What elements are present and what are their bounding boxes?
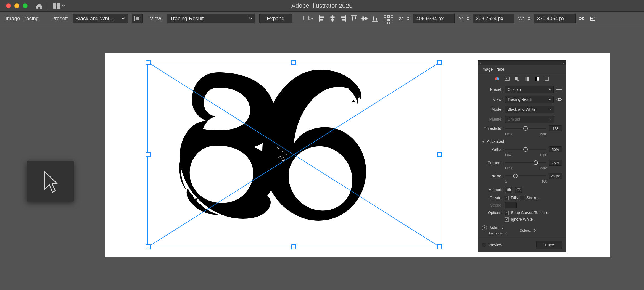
noise-value[interactable]: 25 px bbox=[549, 173, 562, 179]
view-label: View: bbox=[150, 15, 163, 22]
palette-label: Palette: bbox=[482, 117, 502, 122]
h-label: H: bbox=[590, 16, 595, 22]
close-icon[interactable]: × bbox=[480, 61, 481, 65]
svg-point-40 bbox=[497, 77, 499, 80]
panel-topbar[interactable]: × « bbox=[478, 61, 566, 65]
high-color-icon[interactable] bbox=[504, 76, 510, 81]
handle-bottom-right[interactable] bbox=[437, 244, 442, 249]
reference-point[interactable] bbox=[384, 13, 393, 24]
eye-icon[interactable] bbox=[556, 97, 562, 101]
w-field[interactable]: 370.4064 px bbox=[534, 14, 576, 23]
chevron-down-icon bbox=[549, 118, 552, 120]
y-label: Y: bbox=[458, 16, 463, 22]
view-dropdown[interactable]: Tracing Result bbox=[505, 96, 554, 103]
grayscale-icon[interactable] bbox=[524, 76, 530, 81]
close-window-icon[interactable] bbox=[6, 3, 11, 8]
chevron-down-icon bbox=[549, 109, 552, 110]
bw-icon[interactable] bbox=[534, 76, 540, 81]
handle-top-middle[interactable] bbox=[291, 60, 296, 65]
preset-dropdown[interactable]: Custom bbox=[505, 86, 554, 93]
handle-bottom-left[interactable] bbox=[146, 244, 151, 249]
ignore-white-checkbox[interactable] bbox=[505, 217, 509, 222]
preset-dropdown[interactable]: Black and Whi... bbox=[73, 14, 128, 23]
handle-middle-left[interactable] bbox=[146, 152, 151, 157]
triangle-down-icon bbox=[482, 141, 485, 143]
view-value: Tracing Result bbox=[170, 15, 204, 22]
cursor-icon bbox=[276, 146, 289, 162]
panel-title[interactable]: Image Trace bbox=[478, 65, 566, 73]
stroke-label: Stroke: bbox=[482, 203, 502, 207]
stroke-field bbox=[505, 202, 517, 208]
collapse-icon[interactable]: « bbox=[563, 61, 564, 65]
fills-checkbox[interactable] bbox=[505, 196, 509, 200]
align-top-icon[interactable] bbox=[350, 15, 358, 22]
app-title: Adobe Illustrator 2020 bbox=[291, 2, 353, 9]
svg-point-50 bbox=[558, 99, 560, 100]
handle-bottom-middle[interactable] bbox=[291, 244, 296, 249]
handle-top-left[interactable] bbox=[146, 60, 151, 65]
preset-label: Preset: bbox=[51, 15, 68, 22]
threshold-label: Threshold: bbox=[482, 126, 502, 131]
constrain-proportions-icon[interactable] bbox=[579, 16, 586, 21]
preview-checkbox[interactable] bbox=[482, 243, 486, 247]
align-vcenter-icon[interactable] bbox=[361, 15, 368, 22]
shape-mode-button[interactable] bbox=[302, 14, 315, 23]
handle-top-right[interactable] bbox=[437, 60, 442, 65]
w-field-group: W: 370.4064 px bbox=[518, 14, 576, 23]
w-spinner[interactable] bbox=[526, 17, 532, 20]
svg-rect-10 bbox=[320, 19, 323, 20]
view-dropdown[interactable]: Tracing Result bbox=[167, 14, 255, 23]
align-bottom-icon[interactable] bbox=[371, 15, 379, 22]
expand-button[interactable]: Expand bbox=[259, 14, 292, 23]
align-left-icon[interactable] bbox=[318, 15, 326, 22]
info-icon: i bbox=[482, 225, 487, 230]
align-hcenter-icon[interactable] bbox=[329, 15, 336, 22]
method-abutting-button[interactable] bbox=[505, 187, 512, 193]
mode-dropdown[interactable]: Black and White bbox=[505, 106, 554, 113]
handle-middle-right[interactable] bbox=[437, 152, 442, 157]
y-spinner[interactable] bbox=[464, 17, 471, 20]
arrange-documents-button[interactable] bbox=[53, 3, 65, 9]
trace-button[interactable]: Trace bbox=[536, 241, 562, 249]
threshold-slider[interactable] bbox=[505, 128, 546, 129]
horizontal-align-group bbox=[318, 15, 347, 22]
y-field[interactable]: 208.7624 px bbox=[473, 14, 514, 23]
preset-label: Preset: bbox=[482, 87, 502, 92]
w-label: W: bbox=[518, 16, 524, 22]
zoom-window-icon[interactable] bbox=[23, 3, 28, 8]
corners-value[interactable]: 75% bbox=[549, 160, 562, 166]
strokes-checkbox[interactable] bbox=[520, 196, 524, 200]
noise-slider[interactable] bbox=[505, 175, 546, 176]
auto-color-icon[interactable] bbox=[494, 76, 500, 81]
svg-rect-9 bbox=[320, 16, 324, 18]
canvas-stage[interactable]: × « Image Trace Preset: Custom View: Tra… bbox=[0, 25, 644, 290]
method-label: Method: bbox=[482, 188, 502, 192]
advanced-toggle[interactable]: Advanced bbox=[478, 138, 566, 145]
vertical-align-group bbox=[350, 15, 379, 22]
method-overlapping-button[interactable] bbox=[515, 187, 522, 193]
corners-slider[interactable] bbox=[505, 162, 546, 163]
trace-info: i Paths:0 Anchors:0 Colors:0 bbox=[478, 223, 566, 237]
paths-value[interactable]: 50% bbox=[549, 146, 562, 152]
svg-rect-47 bbox=[535, 77, 537, 81]
threshold-value[interactable]: 128 bbox=[549, 125, 562, 131]
svg-rect-41 bbox=[505, 77, 509, 80]
selection-bounding-box[interactable] bbox=[147, 62, 440, 247]
minimize-window-icon[interactable] bbox=[14, 3, 19, 8]
image-trace-panel-button[interactable] bbox=[132, 14, 143, 23]
x-field-group: X: 406.9384 px bbox=[398, 14, 455, 23]
home-icon[interactable] bbox=[35, 2, 43, 9]
low-color-icon[interactable] bbox=[514, 76, 520, 81]
x-spinner[interactable] bbox=[405, 17, 411, 20]
outline-icon[interactable] bbox=[544, 76, 550, 81]
snap-curves-checkbox[interactable] bbox=[505, 211, 509, 215]
paths-slider[interactable] bbox=[505, 149, 546, 150]
titlebar: Adobe Illustrator 2020 bbox=[0, 0, 644, 12]
align-right-icon[interactable] bbox=[339, 15, 347, 22]
divider bbox=[48, 2, 48, 10]
noise-label: Noise: bbox=[482, 174, 502, 178]
svg-rect-21 bbox=[363, 16, 364, 20]
preset-menu-icon[interactable] bbox=[556, 88, 562, 91]
x-field[interactable]: 406.9384 px bbox=[413, 14, 455, 23]
svg-rect-12 bbox=[331, 16, 335, 18]
